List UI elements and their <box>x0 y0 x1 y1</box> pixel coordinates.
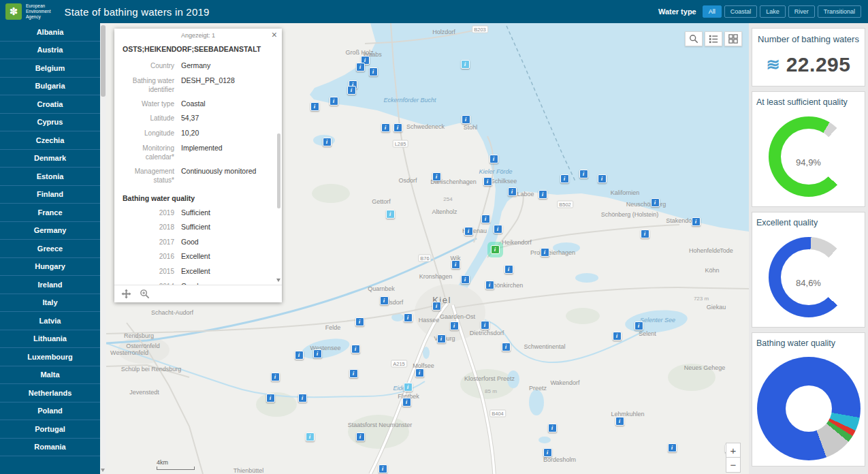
bathing-water-marker[interactable]: i <box>415 368 424 377</box>
bathing-water-marker[interactable]: i <box>651 198 660 207</box>
close-icon[interactable]: × <box>272 30 277 40</box>
bathing-water-marker[interactable]: i <box>481 215 490 223</box>
legend-button[interactable] <box>705 31 722 46</box>
map-canvas[interactable]: HolzdorfGroß HolzWaabsEckernförder Bucht… <box>106 23 749 474</box>
bathing-water-marker[interactable]: i <box>502 343 511 351</box>
bathing-water-marker[interactable]: i <box>369 67 378 76</box>
bathing-water-marker[interactable]: i <box>461 60 470 69</box>
water-type-coastal-button[interactable]: Coastal <box>724 5 758 18</box>
sidebar-item-hungary[interactable]: Hungary <box>0 258 100 276</box>
bathing-water-marker[interactable]: i <box>539 190 547 199</box>
bathing-water-marker[interactable]: i <box>306 432 315 441</box>
sidebar-item-finland[interactable]: Finland <box>0 186 100 204</box>
bathing-water-marker[interactable]: i <box>579 170 588 178</box>
bathing-water-marker[interactable]: i <box>323 138 332 146</box>
bathing-water-marker[interactable]: i <box>483 177 492 186</box>
bathing-water-marker[interactable]: i <box>598 174 607 183</box>
sidebar-item-croatia[interactable]: Croatia <box>0 95 100 114</box>
bathing-water-marker[interactable]: i <box>451 260 460 269</box>
bathing-water-marker[interactable]: i <box>613 332 622 341</box>
bathing-water-marker[interactable]: i <box>541 248 549 257</box>
sidebar-item-malta[interactable]: Malta <box>0 366 100 385</box>
sidebar-item-romania[interactable]: Romania <box>0 439 100 457</box>
bathing-water-marker[interactable]: i <box>329 97 338 106</box>
bathing-water-marker[interactable]: i <box>615 417 624 426</box>
water-type-river-button[interactable]: River <box>788 5 815 18</box>
sidebar-item-netherlands[interactable]: Netherlands <box>0 384 100 402</box>
sidebar-item-denmark[interactable]: Denmark <box>0 150 100 168</box>
bathing-water-marker[interactable]: i <box>485 281 494 289</box>
popup-scroll-down-icon[interactable] <box>276 279 280 282</box>
sidebar-item-portugal[interactable]: Portugal <box>0 420 100 439</box>
sidebar-item-greece[interactable]: Greece <box>0 240 100 258</box>
sidebar-item-germany[interactable]: Germany <box>0 222 100 240</box>
bathing-water-marker[interactable]: i <box>404 383 413 392</box>
bathing-water-marker[interactable]: i <box>347 86 356 95</box>
sidebar-scrollbar-thumb[interactable] <box>101 25 106 97</box>
bathing-water-marker[interactable]: i <box>313 349 322 358</box>
water-type-transitional-button[interactable]: Transitional <box>818 5 861 18</box>
bathing-water-marker[interactable]: i <box>641 230 649 238</box>
bathing-water-marker[interactable]: i <box>381 123 390 132</box>
pan-to-feature-icon[interactable] <box>121 289 131 299</box>
bathing-water-marker[interactable]: i <box>462 115 470 124</box>
sidebar-scrollbar[interactable] <box>100 23 106 474</box>
sidebar-item-albania[interactable]: Albania <box>0 23 100 42</box>
popup-scrollbar-thumb[interactable] <box>277 133 280 208</box>
bathing-water-marker[interactable]: i <box>386 210 395 219</box>
bathing-water-marker[interactable]: i <box>351 345 360 353</box>
bathing-water-marker[interactable]: i <box>356 432 365 441</box>
sidebar-item-czechia[interactable]: Czechia <box>0 131 100 150</box>
bathing-water-marker[interactable]: i <box>548 424 557 432</box>
sidebar-item-poland[interactable]: Poland <box>0 402 100 421</box>
sidebar-item-luxembourg[interactable]: Luxembourg <box>0 348 100 366</box>
sidebar-item-austria[interactable]: Austria <box>0 42 100 60</box>
bathing-water-marker[interactable]: i <box>494 225 502 234</box>
zoom-in-button[interactable]: + <box>726 443 741 458</box>
bathing-water-marker[interactable]: i <box>432 302 441 311</box>
bathing-water-marker[interactable]: i <box>464 227 473 236</box>
bathing-water-marker[interactable]: i <box>271 373 280 381</box>
sidebar-scroll-down-icon[interactable] <box>101 469 105 472</box>
sidebar-item-ireland[interactable]: Ireland <box>0 276 100 294</box>
sidebar-item-france[interactable]: France <box>0 204 100 222</box>
bathing-water-marker[interactable]: i <box>298 394 307 402</box>
popup-scrollbar[interactable] <box>276 45 281 282</box>
sidebar-item-latvia[interactable]: Latvia <box>0 312 100 330</box>
selected-bathing-water-marker[interactable]: i <box>491 245 500 254</box>
sidebar-item-lithuania[interactable]: Lithuania <box>0 330 100 349</box>
water-type-lake-button[interactable]: Lake <box>760 5 786 18</box>
bathing-water-marker[interactable]: i <box>432 172 441 181</box>
bathing-water-marker[interactable]: i <box>356 63 365 72</box>
bathing-water-marker[interactable]: i <box>266 394 275 402</box>
sidebar-item-cyprus[interactable]: Cyprus <box>0 114 100 132</box>
sidebar-item-italy[interactable]: Italy <box>0 294 100 313</box>
bathing-water-marker[interactable]: i <box>668 443 677 452</box>
bathing-water-marker[interactable]: i <box>461 275 470 284</box>
search-button[interactable] <box>685 31 703 46</box>
water-type-all-button[interactable]: All <box>703 5 722 18</box>
bathing-water-marker[interactable]: i <box>380 296 389 305</box>
bathing-water-marker[interactable]: i <box>543 448 552 457</box>
bathing-water-marker[interactable]: i <box>393 123 402 132</box>
bathing-water-marker[interactable]: i <box>508 187 517 196</box>
bathing-water-marker[interactable]: i <box>437 334 446 343</box>
zoom-out-button[interactable]: − <box>726 458 741 473</box>
bathing-water-marker[interactable]: i <box>402 398 411 407</box>
sidebar-item-estonia[interactable]: Estonia <box>0 168 100 186</box>
sidebar-item-belgium[interactable]: Belgium <box>0 59 100 78</box>
bathing-water-marker[interactable]: i <box>450 321 459 330</box>
bathing-water-marker[interactable]: i <box>310 102 319 111</box>
bathing-water-marker[interactable]: i <box>504 265 513 274</box>
bathing-water-marker[interactable]: i <box>355 317 364 326</box>
bathing-water-marker[interactable]: i <box>634 321 643 330</box>
basemap-button[interactable] <box>724 31 742 46</box>
bathing-water-marker[interactable]: i <box>295 351 304 360</box>
bathing-water-marker[interactable]: i <box>560 174 569 183</box>
bathing-water-marker[interactable]: i <box>379 464 387 473</box>
zoom-to-feature-icon[interactable] <box>140 289 150 299</box>
bathing-water-marker[interactable]: i <box>692 217 701 226</box>
bathing-water-marker[interactable]: i <box>481 321 489 330</box>
sidebar-item-bulgaria[interactable]: Bulgaria <box>0 78 100 96</box>
bathing-water-marker[interactable]: i <box>489 155 498 163</box>
